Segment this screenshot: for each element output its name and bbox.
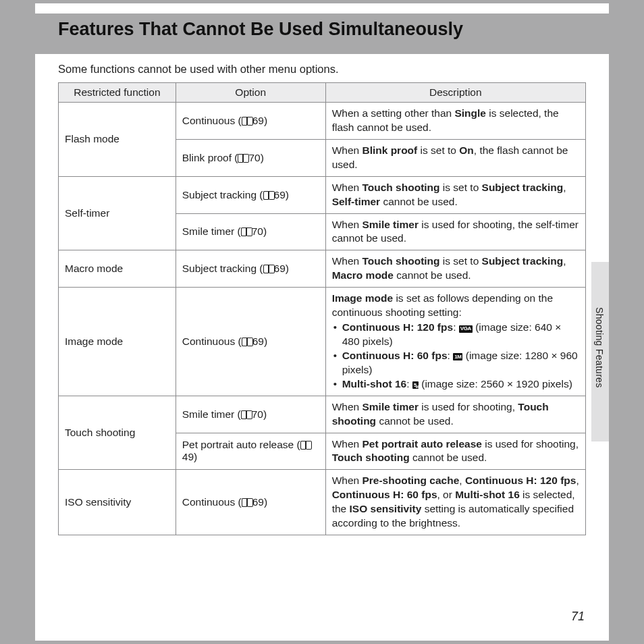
5m-icon: 5 — [412, 381, 419, 389]
cell-restricted: Flash mode — [59, 103, 176, 177]
cell-option: Continuous (69) — [176, 288, 325, 396]
restrictions-table: Restricted function Option Description F… — [58, 82, 586, 535]
col-option: Option — [176, 83, 325, 103]
cell-restricted: ISO sensitivity — [59, 470, 176, 535]
cell-desc: When Pre-shooting cache, Continuous H: 1… — [325, 470, 585, 535]
cell-desc: When Smile timer is used for shooting, T… — [325, 396, 585, 433]
col-restricted: Restricted function — [59, 83, 176, 103]
cell-restricted: Self-timer — [59, 176, 176, 250]
table-header-row: Restricted function Option Description — [59, 83, 586, 103]
book-icon — [241, 227, 252, 236]
cell-option: Smile timer (70) — [176, 213, 325, 250]
section-label: Shooting Features — [594, 307, 605, 388]
book-icon — [263, 265, 275, 273]
book-icon — [241, 410, 252, 419]
book-icon — [238, 154, 249, 163]
table-row: Self-timer Subject tracking (69) When To… — [59, 176, 586, 213]
cell-option: Continuous (69) — [176, 470, 325, 535]
cell-desc: When Touch shooting is set to Subject tr… — [325, 250, 585, 288]
cell-desc: Image mode is set as follows depending o… — [325, 288, 585, 396]
book-icon — [263, 191, 275, 200]
cell-desc: When Smile timer is used for shooting, t… — [325, 213, 585, 250]
page-number: 71 — [571, 610, 585, 624]
col-desc: Description — [325, 83, 585, 103]
table-row: Flash mode Continuous (69) When a settin… — [59, 103, 586, 140]
cell-option: Smile timer (70) — [176, 396, 325, 433]
table-row: Touch shooting Smile timer (70) When Smi… — [59, 396, 586, 433]
cell-option: Blink proof (70) — [176, 139, 325, 176]
table-row: Macro mode Subject tracking (69) When To… — [59, 250, 586, 288]
cell-option: Subject tracking (69) — [176, 250, 325, 288]
cell-option: Continuous (69) — [176, 103, 325, 140]
book-icon — [242, 117, 253, 126]
cell-desc: When a setting other than Single is sele… — [325, 103, 585, 140]
list-item: Continuous H: 120 fps: VGA (image size: … — [332, 321, 579, 349]
intro-text: Some functions cannot be used with other… — [58, 63, 339, 76]
cell-restricted: Macro mode — [59, 250, 176, 288]
cell-option: Pet portrait auto release (49) — [176, 433, 325, 470]
list-item: Multi-shot 16: 5 (image size: 2560 × 192… — [332, 377, 579, 392]
book-icon — [242, 338, 253, 346]
vga-icon: VGA — [459, 325, 473, 333]
cell-desc: When Pet portrait auto release is used f… — [325, 433, 585, 470]
book-icon — [242, 498, 253, 507]
list-item: Continuous H: 60 fps: 1M (image size: 12… — [332, 349, 579, 377]
cell-desc: When Touch shooting is set to Subject tr… — [325, 176, 585, 213]
cell-desc: When Blink proof is set to On, the flash… — [325, 139, 585, 176]
image-mode-list: Continuous H: 120 fps: VGA (image size: … — [332, 321, 579, 392]
page-title: Features That Cannot Be Used Simultaneou… — [58, 19, 463, 40]
table-row: ISO sensitivity Continuous (69) When Pre… — [59, 470, 586, 535]
cell-option: Subject tracking (69) — [176, 176, 325, 213]
book-icon — [300, 441, 312, 450]
cell-restricted: Image mode — [59, 288, 176, 396]
table-row: Image mode Continuous (69) Image mode is… — [59, 288, 586, 396]
cell-restricted: Touch shooting — [59, 396, 176, 470]
1m-icon: 1M — [453, 353, 462, 360]
